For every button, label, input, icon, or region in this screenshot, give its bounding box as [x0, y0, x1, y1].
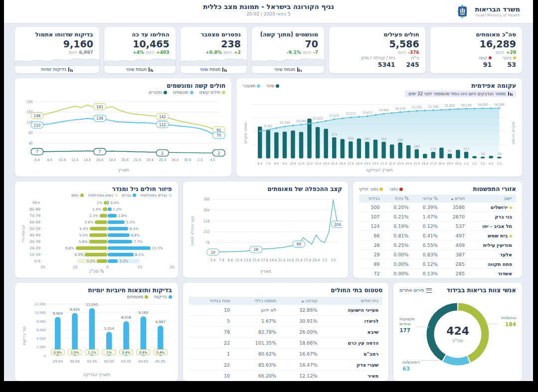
svg-text:66: 66 — [297, 242, 301, 247]
epidemic-curve-card[interactable]: עקומה אפידמית שינוימצטבר מספר הנדבקים הי… — [236, 78, 522, 177]
svg-text:11,653: 11,653 — [313, 117, 323, 120]
pyramid-row[interactable]: 10-196.9%8.1% — [26, 251, 172, 258]
kpi-footer[interactable]: בדיקות יומיות — [15, 67, 99, 72]
pyramid-row[interactable]: 30-395.6%7.7% — [26, 238, 172, 245]
svg-text:20.4: 20.4 — [121, 158, 129, 163]
pyramid-row[interactable]: 0-93.2%3.2% — [26, 258, 172, 264]
legend-item[interactable]: שינוי — [266, 83, 279, 88]
legend-item[interactable]: חולים קשים — [199, 90, 226, 95]
tests-svg[interactable]: 02,0004,0006,0008,00010,00012,0009,0040.… — [27, 299, 172, 372]
legend-item[interactable]: בדיקות — [154, 294, 172, 299]
pyramid-row[interactable]: 40-495.5%6.8% — [26, 232, 172, 238]
table-row[interactable]: מאיר12.12%66.20%10 — [189, 371, 382, 382]
svg-text:19.4: 19.4 — [269, 258, 277, 262]
legend-item[interactable]: נשים — [71, 193, 84, 197]
legend-item[interactable]: גברים — [122, 193, 136, 197]
legend-item[interactable]: נפטרים — [149, 90, 167, 95]
svg-text:0: 0 — [44, 354, 46, 358]
pyramid-row[interactable]: 90+1%0.4% — [26, 199, 172, 206]
legend-item[interactable]: מונשמים — [173, 90, 193, 95]
svg-text:372: 372 — [332, 133, 338, 137]
charts-row-3: אנשי צוות בריאות בבידוד פירוט אחרים 424 … — [15, 283, 522, 381]
table-row[interactable]: ירושלים35860.39%0.20%500 — [359, 202, 516, 212]
severe-chart[interactable]: 4080120160200146181142911101361127077226… — [21, 95, 225, 168]
chart-note-icon — [508, 92, 513, 96]
regions-table[interactable]: יישובחולים ▴% עירוני% גידולבבידודירושלים… — [359, 195, 516, 278]
svg-text:7.4: 7.4 — [219, 258, 224, 262]
pyramid-row[interactable]: 20-299.8%13.3% — [26, 245, 172, 251]
table-row[interactable]: תל אביב - יפו5370.12%0.19%124 — [359, 221, 516, 231]
pyramid-title: פיזור חולים גיל ומגדר — [21, 186, 172, 193]
severe-ventilated-card[interactable]: חולים קשה ומונשמים חולים קשיםמונשמיםנפטר… — [15, 78, 231, 177]
legend-item[interactable]: מאומתים — [127, 294, 149, 299]
pyramid-axis: 201001020 — [26, 264, 172, 269]
doubling-rate-card[interactable]: קצב ההכפלה של מאומתים קצב הכפלה (ימים) 7… — [183, 182, 348, 278]
svg-text:8,000: 8,000 — [36, 320, 46, 324]
kpi-sub-stat: בינוני53 — [503, 55, 516, 68]
kpi-footer[interactable]: מגמת שינוי — [180, 67, 247, 72]
tests-legend: בדיקותמאומתים — [127, 294, 172, 299]
epidemic-chart[interactable]: מספר מקרים 37230029229228016011583117302… — [242, 98, 516, 168]
kpi-footer[interactable]: מגמת שינוי — [104, 67, 176, 72]
svg-text:70: 70 — [216, 133, 221, 138]
svg-text:6.4: 6.4 — [258, 162, 262, 165]
svg-text:9.4: 9.4 — [227, 258, 233, 262]
details-others-button[interactable]: פירוט אחרים — [399, 288, 432, 293]
pyramid-row[interactable]: 70-792.3%2.8% — [26, 212, 172, 219]
legend-item[interactable]: מצטבר — [242, 83, 260, 88]
pyramid-chart[interactable]: 90+1%0.4%80-891.4%1.2%70-792.3%2.8%60-69… — [26, 199, 172, 264]
tests-chart[interactable]: מס' בדיקות 02,0004,0006,0008,00010,00012… — [21, 299, 172, 372]
legend-item[interactable]: נסגר — [389, 187, 402, 192]
staff-donut-chart[interactable]: 424 סה"כ אחים/יות 184 מקצועות אחרים 177 — [399, 294, 516, 377]
svg-text:16,118: 16,118 — [461, 103, 472, 106]
table-row[interactable]: רמב"ם16.67%80.62%1 — [189, 349, 382, 360]
table-row[interactable]: בית שמש4970.41%0.81%66 — [359, 231, 516, 240]
svg-text:292: 292 — [381, 137, 387, 141]
table-row[interactable]: בני ברק28701.47%0.21%107 — [359, 212, 516, 221]
pyramid-row[interactable]: 60-693.8%5.3% — [26, 219, 172, 225]
svg-text:25.4: 25.4 — [414, 162, 420, 165]
svg-text:11,045: 11,045 — [86, 303, 98, 307]
svg-text:10,949: 10,949 — [296, 119, 307, 122]
svg-text:7: 7 — [36, 150, 38, 155]
legend-item[interactable]: נשים באוכלוסיה — [88, 193, 118, 197]
severe-svg[interactable]: 4080120160200146181142911101361127077226… — [21, 95, 225, 168]
kpi-card-cumulative-deaths: נפטרים מצטבר238+2היום+0.8%מגמת שינוי — [180, 27, 247, 73]
svg-text:22.4: 22.4 — [134, 158, 141, 163]
table-row[interactable]: מעייני הישועה32.86%לא ידוע10 — [189, 305, 382, 316]
svg-text:17.4: 17.4 — [261, 258, 268, 262]
svg-text:1.1%: 1.1% — [88, 351, 96, 355]
pyramid-row[interactable]: 80-891.4%1.2% — [26, 206, 172, 212]
svg-text:14.4: 14.4 — [84, 158, 91, 163]
legend-item[interactable]: נסגר חלקי — [359, 187, 383, 192]
svg-text:6,000: 6,000 — [36, 328, 46, 332]
tests-xlabel: תאריך הבדיקה — [21, 372, 172, 377]
pyramid-row[interactable]: 50-595.4%6.4% — [26, 225, 172, 232]
table-row[interactable]: אשדוד2850.13%0.00%72 — [359, 269, 516, 278]
table-row[interactable]: הדסה עין כרם18.66%101.35%22 — [189, 338, 382, 349]
svg-text:19.4: 19.4 — [364, 162, 370, 165]
table-row[interactable]: שיבא26.00%82.78%78 — [189, 327, 382, 338]
hospitals-status-card[interactable]: סטטוס בתי החולים בית חוליםקורונה ▴תפוסה … — [183, 283, 388, 381]
table-row[interactable]: מודיעין עילית4090.55%0.25%28 — [359, 240, 516, 250]
svg-text:30.04: 30.04 — [70, 360, 80, 364]
table-row[interactable]: לניאדו30.91%1.67%5 — [189, 316, 382, 327]
epidemic-svg[interactable]: 3723002922922801601158311730299,30210,34… — [248, 98, 510, 168]
table-row[interactable]: פתח תקווה2850.12%0.00%89 — [359, 259, 516, 269]
health-staff-isolation-card[interactable]: אנשי צוות בריאות בבידוד פירוט אחרים 424 … — [393, 283, 522, 381]
svg-text:30.4: 30.4 — [184, 158, 191, 163]
doubling-chart[interactable]: קצב הכפלה (ימים) 76152228304380102866204… — [189, 193, 342, 269]
table-row[interactable]: אלעד3870.83%0.00%29 — [359, 250, 516, 259]
legend-item[interactable]: גברים באוכלוסיה — [140, 193, 172, 197]
doubling-svg[interactable]: 761522283043801028662045.47.49.411.413.4… — [195, 193, 342, 269]
svg-text:9,302: 9,302 — [264, 124, 273, 128]
epidemic-note: מספר הנדבקים היום הינו כפול מהמספר לפני … — [405, 90, 516, 97]
svg-text:40: 40 — [28, 141, 33, 146]
kpi-footer[interactable]: מגמת שינוי — [252, 67, 324, 72]
table-row[interactable]: שערי צדק16.47%85.63%22 — [189, 360, 382, 371]
daily-tests-card[interactable]: בדיקות ותוצאות חיוביות יומיות בדיקותמאומ… — [15, 283, 178, 381]
svg-text:29.4: 29.4 — [312, 258, 320, 262]
age-gender-card[interactable]: פיזור חולים גיל ומגדר גברים באוכלוסיהגבר… — [15, 182, 178, 278]
spread-areas-card[interactable]: אזורי התפשטות נסגרנסגר חלקי יישובחולים ▴… — [353, 182, 522, 278]
hospitals-table[interactable]: בית חוליםקורונה ▴תפוסה כלליצוות בבידודמע… — [189, 297, 382, 381]
